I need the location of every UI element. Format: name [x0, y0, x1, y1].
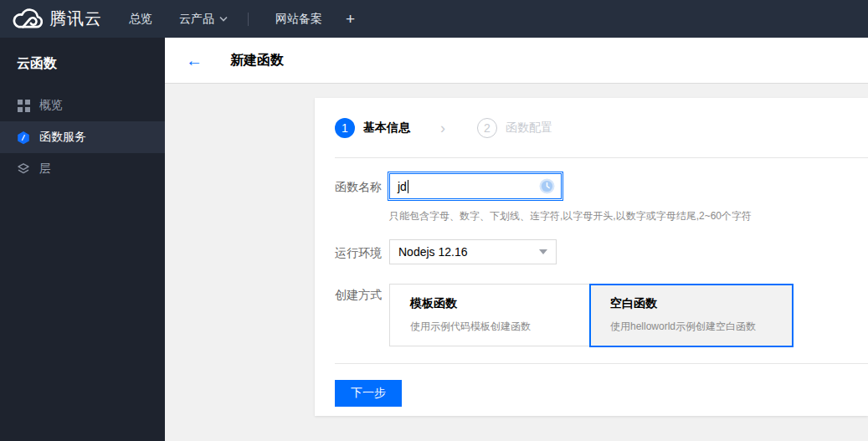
function-service-hexagon-icon — [17, 131, 30, 144]
function-name-label: 函数名称 — [335, 173, 389, 200]
top-nav-bar: 腾讯云 总览 云产品 网站备案 + — [0, 0, 868, 38]
tencent-cloud-logo-icon — [12, 8, 43, 30]
function-name-row: 函数名称 jd — [335, 173, 868, 200]
brand-name: 腾讯云 — [49, 8, 102, 30]
method-title: 模板函数 — [410, 296, 589, 311]
nav-divider — [248, 13, 249, 26]
nav-item-icp-filing[interactable]: 网站备案 — [275, 12, 322, 27]
step-number-badge: 1 — [335, 118, 355, 138]
method-description: 使用helloworld示例创建空白函数 — [610, 320, 792, 334]
step-wizard: 1 基本信息 › 2 函数配置 — [315, 98, 868, 157]
content-header: ← 新建函数 — [165, 38, 868, 84]
basic-info-form: 函数名称 jd 只能包含字母、数字、下划线、连字符,以字母开头,以数字或字母结尾… — [315, 158, 868, 347]
overview-grid-icon — [17, 99, 30, 112]
method-title: 空白函数 — [610, 296, 792, 311]
runtime-selected-value: Nodejs 12.16 — [398, 245, 468, 259]
chevron-down-icon — [219, 16, 228, 22]
step-basic-info: 1 基本信息 — [335, 118, 410, 138]
method-card-blank-function[interactable]: 空白函数 使用helloworld示例创建空白函数 — [589, 284, 794, 347]
create-function-card: 1 基本信息 › 2 函数配置 函数名称 jd — [315, 98, 868, 416]
add-console-tab-button[interactable]: + — [346, 10, 355, 28]
select-caret-icon — [539, 249, 547, 254]
method-card-template-function[interactable]: 模板函数 使用示例代码模板创建函数 — [389, 284, 590, 346]
runtime-label: 运行环境 — [335, 239, 389, 266]
step-number-badge: 2 — [477, 118, 497, 138]
sidebar-item-overview[interactable]: 概览 — [0, 90, 165, 121]
function-name-value: jd — [398, 180, 407, 193]
nav-item-overview[interactable]: 总览 — [129, 12, 152, 27]
sidebar-item-label: 概览 — [39, 98, 63, 113]
next-step-button[interactable]: 下一步 — [335, 380, 402, 407]
layers-icon — [17, 162, 30, 176]
creation-method-options: 模板函数 使用示例代码模板创建函数 空白函数 使用helloworld示例创建空… — [389, 284, 794, 347]
creation-method-row: 创建方式 模板函数 使用示例代码模板创建函数 空白函数 使用helloworld… — [335, 284, 868, 347]
page-title: 新建函数 — [230, 52, 284, 69]
nav-item-cloud-products-label: 云产品 — [179, 12, 214, 27]
sidebar-item-function-service[interactable]: 函数服务 — [0, 121, 165, 153]
sidebar-item-label: 函数服务 — [39, 130, 86, 145]
sidebar-item-label: 层 — [39, 162, 51, 177]
function-name-hint: 只能包含字母、数字、下划线、连字符,以字母开头,以数字或字母结尾,2~60个字符 — [389, 209, 868, 223]
card-footer: 下一步 — [315, 364, 868, 407]
step-function-config: 2 函数配置 — [477, 118, 552, 138]
sidebar-title: 云函数 — [0, 38, 165, 90]
back-button[interactable]: ← — [186, 52, 203, 69]
pending-clock-icon — [539, 178, 555, 194]
text-cursor — [408, 180, 408, 193]
tencent-cloud-brand[interactable]: 腾讯云 — [12, 8, 102, 30]
step-label: 函数配置 — [506, 121, 552, 136]
function-name-input[interactable]: jd — [389, 173, 562, 199]
sidebar-item-layers[interactable]: 层 — [0, 153, 165, 185]
nav-item-cloud-products[interactable]: 云产品 — [179, 12, 228, 27]
method-description: 使用示例代码模板创建函数 — [410, 320, 589, 334]
runtime-row: 运行环境 Nodejs 12.16 — [335, 239, 868, 266]
step-label: 基本信息 — [363, 121, 410, 136]
runtime-select[interactable]: Nodejs 12.16 — [389, 239, 557, 264]
main-area: 1 基本信息 › 2 函数配置 函数名称 jd — [165, 84, 868, 441]
sidebar: 云函数 概览 函数服务 层 — [0, 38, 165, 441]
step-chevron-icon: › — [440, 121, 445, 136]
creation-method-label: 创建方式 — [335, 284, 389, 347]
